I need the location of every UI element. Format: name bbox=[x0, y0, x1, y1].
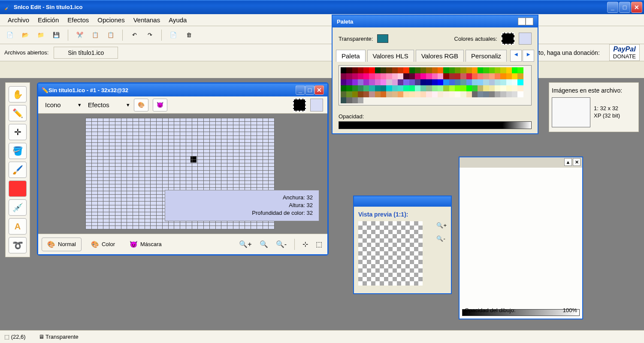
color-cell[interactable] bbox=[517, 67, 523, 73]
opacity-slider[interactable] bbox=[339, 121, 532, 129]
tab-rgb[interactable]: Valores RGB bbox=[416, 50, 464, 62]
color-cell[interactable] bbox=[443, 91, 449, 97]
color-cell[interactable] bbox=[517, 73, 523, 79]
palette-btn1[interactable]: 🎨 bbox=[134, 99, 148, 111]
color-cell[interactable] bbox=[381, 67, 386, 73]
color-cell[interactable] bbox=[369, 67, 375, 73]
color-cell[interactable] bbox=[420, 85, 426, 91]
color-cell[interactable] bbox=[460, 79, 466, 85]
color-cell[interactable] bbox=[409, 73, 415, 79]
color-cell[interactable] bbox=[472, 85, 478, 91]
pencil-tool[interactable]: ✏️ bbox=[9, 105, 27, 121]
color-cell[interactable] bbox=[346, 85, 352, 91]
color-cell[interactable] bbox=[398, 91, 403, 97]
color-cell[interactable] bbox=[443, 67, 449, 73]
lasso-tool[interactable]: ➰ bbox=[9, 237, 27, 253]
mode-mask[interactable]: 😈 Máscara bbox=[124, 238, 167, 251]
color-cell[interactable] bbox=[466, 79, 472, 85]
color-cell[interactable] bbox=[500, 79, 506, 85]
color-cell[interactable] bbox=[449, 73, 455, 79]
color-cell[interactable] bbox=[415, 85, 420, 91]
color-cell[interactable] bbox=[420, 91, 426, 97]
palette-btn2[interactable]: 😈 bbox=[153, 99, 167, 111]
color-cell[interactable] bbox=[478, 85, 483, 91]
color-cell[interactable] bbox=[341, 79, 346, 85]
color-cell[interactable] bbox=[392, 91, 398, 97]
color-cell[interactable] bbox=[466, 73, 472, 79]
color-cell[interactable] bbox=[506, 67, 512, 73]
color-cell[interactable] bbox=[352, 79, 358, 85]
color-cell[interactable] bbox=[420, 79, 426, 85]
color-cell[interactable] bbox=[432, 79, 438, 85]
color-cell[interactable] bbox=[386, 91, 392, 97]
color-cell[interactable] bbox=[409, 67, 415, 73]
color-cell[interactable] bbox=[455, 79, 460, 85]
color-cell[interactable] bbox=[460, 73, 466, 79]
color-cell[interactable] bbox=[392, 79, 398, 85]
color-cell[interactable] bbox=[432, 73, 438, 79]
color-cell[interactable] bbox=[426, 91, 432, 97]
color-cell[interactable] bbox=[512, 91, 517, 97]
line-tool[interactable]: ✛ bbox=[9, 124, 27, 140]
current-fg-swatch[interactable] bbox=[502, 33, 514, 45]
color-cell[interactable] bbox=[489, 91, 495, 97]
color-cell[interactable] bbox=[517, 85, 523, 91]
zoom-fit-icon[interactable]: 🔍 bbox=[258, 240, 270, 248]
color-cell[interactable] bbox=[341, 73, 346, 79]
color-cell[interactable] bbox=[358, 97, 363, 103]
image-thumbnail[interactable] bbox=[552, 97, 590, 127]
minimize-button[interactable]: _ bbox=[607, 2, 618, 13]
color-cell[interactable] bbox=[432, 91, 438, 97]
file-tab[interactable]: Sin título1.ico bbox=[54, 47, 118, 59]
color-cell[interactable] bbox=[369, 91, 375, 97]
color-cell[interactable] bbox=[455, 91, 460, 97]
color-cell[interactable] bbox=[346, 91, 352, 97]
color-cell[interactable] bbox=[352, 67, 358, 73]
text-tool[interactable]: A bbox=[9, 218, 27, 235]
zoom-in-icon[interactable]: 🔍+ bbox=[237, 240, 253, 248]
color-cell[interactable] bbox=[341, 85, 346, 91]
preview-zoom-out-icon[interactable]: 🔍- bbox=[436, 235, 447, 242]
fill-tool[interactable]: 🪣 bbox=[9, 143, 27, 159]
color-cell[interactable] bbox=[381, 73, 386, 79]
color-cell[interactable] bbox=[449, 79, 455, 85]
current-bg-swatch[interactable] bbox=[519, 33, 532, 45]
color-cell[interactable] bbox=[500, 73, 506, 79]
color-cell[interactable] bbox=[358, 67, 363, 73]
color-grid[interactable] bbox=[339, 65, 532, 105]
color-cell[interactable] bbox=[392, 73, 398, 79]
menu-archivo[interactable]: Archivo bbox=[4, 15, 33, 25]
layers-close-button[interactable]: ✕ bbox=[573, 158, 581, 166]
color-cell[interactable] bbox=[478, 67, 483, 73]
color-cell[interactable] bbox=[438, 79, 443, 85]
color-cell[interactable] bbox=[506, 73, 512, 79]
color-cell[interactable] bbox=[483, 79, 489, 85]
color-cell[interactable] bbox=[375, 67, 381, 73]
efectos-dropdown[interactable]: Efectos bbox=[85, 100, 122, 110]
color-cell[interactable] bbox=[478, 73, 483, 79]
color-cell[interactable] bbox=[386, 67, 392, 73]
color-cell[interactable] bbox=[466, 67, 472, 73]
color-cell[interactable] bbox=[438, 67, 443, 73]
icono-dropdown[interactable]: Icono bbox=[42, 100, 74, 110]
chevron-down-icon[interactable]: ▾ bbox=[127, 102, 130, 108]
color-cell[interactable] bbox=[363, 73, 369, 79]
color-cell[interactable] bbox=[443, 79, 449, 85]
cut-icon[interactable]: ✂️ bbox=[74, 30, 85, 41]
add-page-icon[interactable]: 📄 bbox=[168, 30, 179, 41]
color-cell[interactable] bbox=[500, 91, 506, 97]
color-cell[interactable] bbox=[403, 85, 409, 91]
color-cell[interactable] bbox=[443, 73, 449, 79]
tab-hls[interactable]: Valores HLS bbox=[367, 50, 414, 62]
color-cell[interactable] bbox=[341, 97, 346, 103]
color-cell[interactable] bbox=[352, 85, 358, 91]
color-cell[interactable] bbox=[381, 85, 386, 91]
color-cell[interactable] bbox=[398, 85, 403, 91]
color-cell[interactable] bbox=[420, 67, 426, 73]
palette-close-button[interactable]: ✕ bbox=[526, 18, 533, 25]
color-cell[interactable] bbox=[500, 85, 506, 91]
color-cell[interactable] bbox=[517, 79, 523, 85]
menu-ventanas[interactable]: Ventanas bbox=[130, 15, 164, 25]
color-cell[interactable] bbox=[506, 79, 512, 85]
color-cell[interactable] bbox=[426, 79, 432, 85]
